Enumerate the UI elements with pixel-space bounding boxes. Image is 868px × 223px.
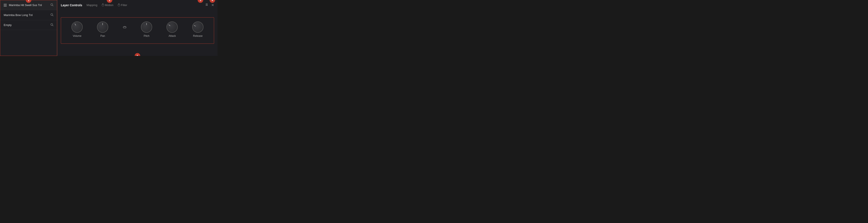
pin-icon[interactable] [204, 2, 210, 8]
attack-label: Attack [168, 34, 176, 37]
hamburger-icon[interactable] [4, 4, 7, 6]
tab-filter-label: Filter [121, 3, 127, 7]
filter-power-icon [118, 4, 120, 6]
pitch-knob[interactable] [141, 22, 152, 33]
pan-knob-group: Pan [97, 22, 108, 37]
badge-2: 2 [107, 0, 112, 3]
layer-item-1-left: Marimba Hit Swell Sus Tnl [4, 3, 42, 7]
tab-mapping[interactable]: Mapping [87, 3, 97, 7]
layer-list: Marimba Hit Swell Sus Tnl Marimba Bow Lo… [0, 0, 57, 56]
volume-label: Volume [73, 34, 82, 37]
badge-5: 5 [135, 53, 140, 56]
tab-motion-label: Motion [105, 3, 114, 7]
close-button[interactable]: ✕ [211, 3, 214, 7]
svg-line-3 [53, 15, 54, 16]
layer-3-name: Empty [4, 23, 12, 27]
release-label: Release [193, 34, 203, 37]
svg-line-1 [53, 5, 54, 6]
volume-knob-tick [75, 23, 76, 26]
right-panel: 2 Layer Controls Mapping Motion Filter 3 [57, 0, 218, 56]
layer-1-search-icon[interactable] [51, 3, 54, 7]
header-actions: 3 4 ✕ [205, 3, 214, 7]
release-knob-group: Release [192, 22, 204, 37]
pan-label: Pan [100, 34, 105, 37]
pitch-knob-tick [146, 23, 147, 25]
attack-knob-tick [168, 24, 170, 26]
svg-line-5 [53, 25, 54, 26]
pitch-label: Pitch [144, 34, 150, 37]
release-knob[interactable] [192, 22, 204, 33]
layer-item-2-left: Marimba Bow Long Tnl [4, 13, 32, 17]
layer-3-search-icon[interactable] [51, 23, 54, 27]
layer-controls-title: Layer Controls [61, 3, 82, 7]
release-knob-tick [194, 25, 196, 26]
app-container: 1 Marimba Hit Swell Sus Tnl [0, 0, 218, 56]
controls-border: Volume Pan [61, 17, 214, 44]
pitch-knob-group: Pitch [141, 22, 152, 37]
layer-2-search-icon[interactable] [51, 13, 54, 17]
pan-knob[interactable] [97, 22, 108, 33]
tab-filter[interactable]: Filter [118, 3, 127, 7]
pan-pitch-link-icon[interactable] [123, 26, 127, 29]
pan-knob-tick [102, 23, 103, 25]
left-panel: 1 Marimba Hit Swell Sus Tnl [0, 0, 57, 56]
header-row: 2 Layer Controls Mapping Motion Filter 3 [61, 0, 214, 9]
volume-knob[interactable] [71, 22, 83, 33]
badge-3: 3 [198, 0, 203, 3]
layer-item-2[interactable]: Marimba Bow Long Tnl [0, 10, 57, 20]
badge-4: 4 [210, 0, 215, 3]
layer-item-3-left: Empty [4, 23, 12, 27]
attack-knob-group: Attack [166, 22, 178, 37]
layer-item-3[interactable]: Empty [0, 20, 57, 30]
tab-motion[interactable]: Motion [102, 3, 114, 7]
motion-power-icon [102, 4, 104, 6]
layer-1-name: Marimba Hit Swell Sus Tnl [9, 3, 42, 7]
controls-wrapper: Volume Pan [61, 9, 214, 56]
layer-2-name: Marimba Bow Long Tnl [4, 13, 32, 17]
volume-knob-group: Volume [71, 22, 83, 37]
attack-knob[interactable] [166, 22, 178, 33]
